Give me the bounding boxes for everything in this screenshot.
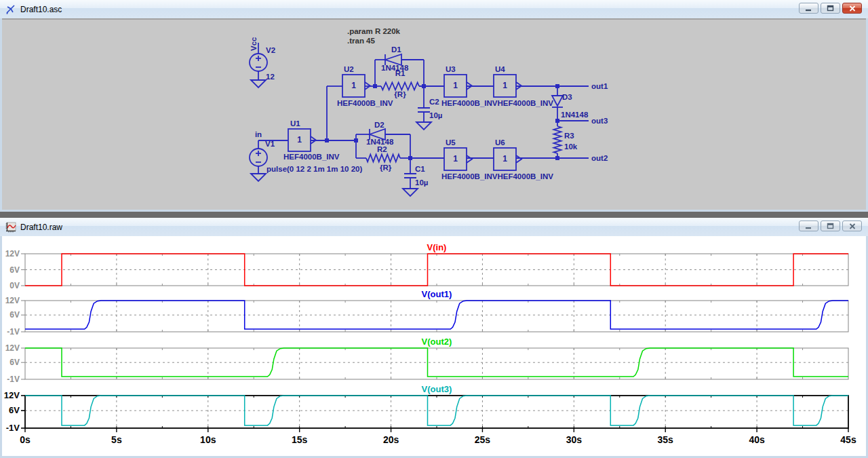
x-axis-label: 45s — [840, 434, 856, 445]
trace-title: V(in) — [427, 242, 447, 252]
waveform-titlebar[interactable]: Draft10.raw — [0, 218, 868, 237]
schematic-label: Vcc — [250, 37, 258, 51]
close-button[interactable] — [842, 3, 862, 14]
restore-button[interactable] — [821, 221, 840, 231]
schematic-label: V2 — [266, 46, 275, 54]
minimize-icon — [805, 5, 812, 12]
schematic-label: {R} — [394, 90, 406, 98]
trace-title: V(out2) — [422, 337, 452, 347]
minimize-button[interactable] — [799, 3, 818, 14]
y-axis-label: 0V — [9, 281, 20, 290]
schematic-label: V1 — [265, 140, 275, 148]
restore-icon — [827, 5, 834, 12]
y-axis-label: 12V — [5, 296, 20, 305]
svg-text:1: 1 — [351, 81, 356, 90]
schematic-label: out3 — [591, 117, 608, 125]
y-axis-label: 6V — [9, 310, 20, 320]
schematic-label: R2 — [377, 145, 387, 153]
schematic-canvas[interactable]: 111111VccV212U2HEF4000B_INVD11N4148R1{R}… — [0, 18, 868, 212]
schematic-label: D3 — [562, 93, 572, 101]
x-axis-label: 20s — [383, 434, 399, 445]
schematic-titlebar[interactable]: Draft10.asc — [0, 0, 868, 19]
schematic-label: HEF4000B_INV — [337, 99, 393, 107]
minimize-button[interactable] — [799, 221, 818, 231]
x-axis-label: 25s — [475, 434, 491, 445]
trace-title: V(out3) — [422, 384, 452, 394]
y-axis-label: 12V — [5, 343, 20, 353]
x-axis-label: 0s — [20, 434, 31, 445]
schematic-label: 10µ — [429, 111, 442, 119]
trace-title: V(out1) — [422, 289, 452, 299]
close-icon — [849, 223, 856, 229]
schematic-label: U5 — [446, 138, 456, 147]
schematic-label: R3 — [564, 132, 574, 140]
wire-junction — [373, 84, 377, 88]
schematic-label: 10k — [564, 142, 578, 151]
wire-junction — [325, 138, 329, 142]
schematic-window: Draft10.asc 111111VccV212U2HEF4000B_INVD… — [0, 0, 868, 212]
wire-junction — [354, 138, 358, 142]
waveform-window: Draft10.raw 12V6V0VV(in)12V6V-1VV(out1)1… — [0, 218, 868, 458]
spice-directive: .param R 220k — [347, 27, 401, 35]
wire-junction — [408, 156, 412, 160]
schematic-label: HEF4000B_INVHEF4000B_INV — [441, 172, 553, 180]
close-button[interactable] — [842, 221, 862, 231]
x-axis-label: 30s — [566, 434, 583, 445]
schematic-label: U4 — [495, 65, 505, 73]
waveform-plot-area[interactable]: 12V6V0VV(in)12V6V-1VV(out1)12V6V-1VV(out… — [0, 236, 868, 458]
schematic-label: 1N4148 — [561, 111, 589, 119]
schematic-label: out1 — [591, 82, 608, 90]
schematic-label: D2 — [374, 121, 384, 129]
schematic-label: U6 — [495, 138, 505, 147]
y-axis-label: -1V — [7, 327, 20, 337]
y-axis-label: 12V — [5, 249, 20, 259]
schematic-label: {R} — [380, 164, 392, 172]
schematic-label: HEF4000B_INV — [283, 153, 340, 161]
schematic-label: C1 — [415, 165, 425, 173]
x-axis-label: 5s — [111, 434, 122, 445]
schematic-label: pulse(0 12 2 1m 1m 10 20) — [267, 165, 362, 173]
spice-directive: .tran 45 — [347, 37, 376, 45]
schematic-label: U1 — [290, 119, 300, 128]
y-axis-label: -1V — [7, 375, 20, 384]
y-axis-label: 6V — [9, 405, 20, 415]
svg-text:1: 1 — [502, 154, 507, 164]
ltspice-schematic-icon — [5, 4, 16, 15]
x-axis-label: 35s — [658, 434, 674, 445]
schematic-drawing: 111111VccV212U2HEF4000B_INVD11N4148R1{R}… — [0, 18, 868, 212]
svg-text:1: 1 — [502, 81, 507, 90]
desktop: { "app": { "windows": { "schematic": { "… — [0, 0, 868, 458]
x-axis-label: 15s — [292, 434, 308, 445]
ltspice-waveform-icon — [5, 222, 16, 233]
schematic-label: R1 — [395, 69, 406, 77]
y-axis-label: 6V — [9, 265, 20, 275]
schematic-label: in — [255, 130, 262, 138]
wire-junction — [555, 156, 559, 160]
schematic-label: 12 — [266, 73, 275, 81]
minimize-icon — [805, 223, 812, 229]
svg-text:1: 1 — [453, 81, 458, 90]
x-axis-label: 40s — [749, 434, 765, 445]
restore-icon — [827, 223, 834, 229]
close-icon — [849, 5, 856, 12]
schematic-label: U3 — [446, 65, 456, 73]
schematic-label: 10µ — [415, 178, 428, 187]
schematic-label: out2 — [591, 154, 608, 162]
waveform-window-title: Draft10.raw — [20, 223, 62, 232]
waveform-plot: 12V6V0VV(in)12V6V-1VV(out1)12V6V-1VV(out… — [0, 236, 868, 458]
restore-button[interactable] — [821, 3, 840, 14]
y-axis-label: 12V — [4, 390, 20, 400]
y-axis-label: 6V — [9, 358, 20, 367]
schematic-window-title: Draft10.asc — [20, 5, 62, 14]
wire-junction — [555, 84, 559, 88]
x-axis-label: 10s — [200, 434, 216, 445]
wire-junction — [555, 119, 559, 123]
y-axis-label: -1V — [6, 423, 20, 433]
schematic-label: U2 — [344, 65, 354, 73]
wire-junction — [422, 84, 426, 88]
svg-text:1: 1 — [453, 154, 458, 164]
svg-text:1: 1 — [297, 135, 302, 145]
schematic-label: C2 — [429, 98, 439, 106]
schematic-label: D1 — [391, 45, 401, 54]
schematic-label: HEF4000B_INVHEF4000B_INV — [441, 99, 553, 107]
